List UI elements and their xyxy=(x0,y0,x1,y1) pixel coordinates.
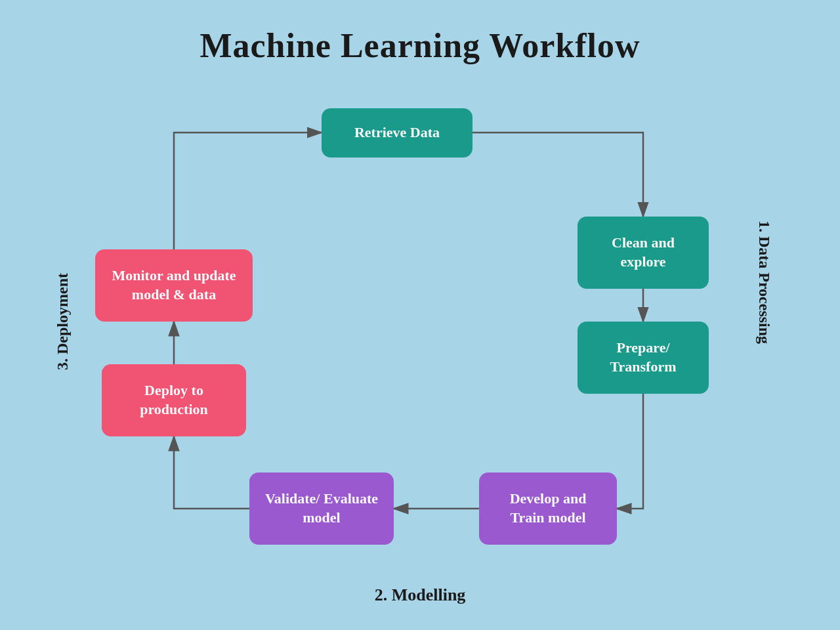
validate-evaluate-node: Validate/ Evaluate model xyxy=(249,472,394,545)
clean-explore-node: Clean and explore xyxy=(578,217,709,289)
deployment-label: 3. Deployment xyxy=(54,273,72,370)
monitor-update-node: Monitor and update model & data xyxy=(95,249,253,322)
develop-train-node: Develop and Train model xyxy=(479,472,617,545)
modelling-label: 2. Modelling xyxy=(375,585,466,605)
prepare-transform-node: Prepare/ Transform xyxy=(578,322,709,394)
retrieve-data-node: Retrieve Data xyxy=(322,108,472,158)
page-title: Machine Learning Workflow xyxy=(0,0,840,65)
data-processing-label: 1. Data Processing xyxy=(755,220,772,344)
deploy-production-node: Deploy to production xyxy=(102,364,246,436)
